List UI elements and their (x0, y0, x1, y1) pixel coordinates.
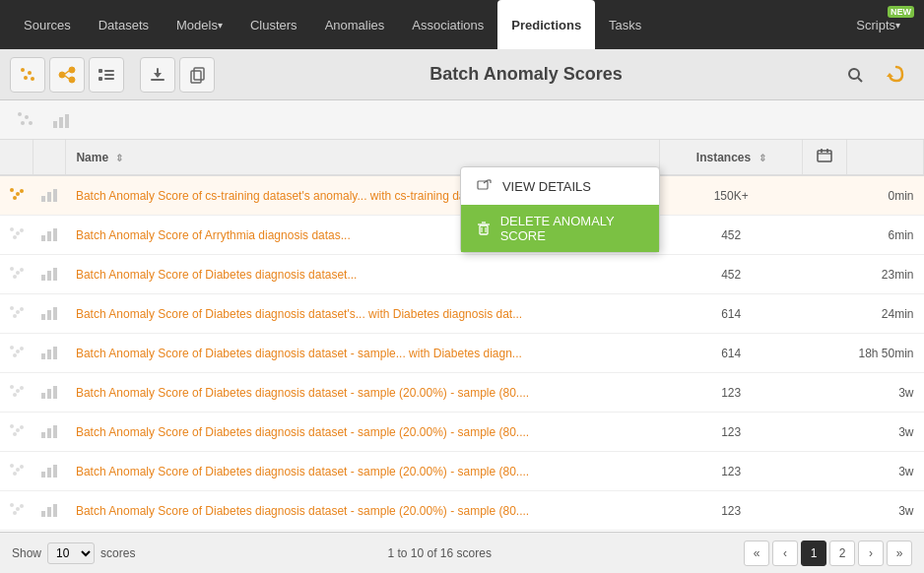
search-button[interactable] (837, 57, 873, 93)
row-name[interactable]: Batch Anomaly Score of cs-training datas… (76, 189, 492, 203)
svg-rect-83 (53, 386, 57, 399)
row-date (803, 491, 847, 531)
svg-rect-26 (53, 121, 57, 128)
row-bar-icon (33, 334, 65, 373)
table-row: Batch Anomaly Score of Diabetes diagnosi… (0, 373, 924, 413)
nav-associations[interactable]: Associations (398, 0, 497, 49)
delete-label: DELETE ANOMALY SCORE (500, 214, 645, 243)
page-prev-button[interactable]: ‹ (772, 541, 798, 566)
row-instances: 123 (660, 531, 803, 533)
nav-datasets[interactable]: Datasets (85, 0, 163, 49)
svg-point-80 (20, 386, 24, 390)
search-icon (845, 65, 865, 85)
page-next-button[interactable]: › (858, 541, 884, 566)
sub-icon-2[interactable] (45, 104, 77, 136)
nav-predictions[interactable]: Predictions (497, 0, 595, 49)
nav-tasks[interactable]: Tasks (595, 0, 655, 49)
top-navigation: Sources Datasets Models Clusters Anomali… (0, 0, 924, 49)
row-name-cell: Batch Anomaly Score of Diabetes diagnosi… (66, 294, 660, 334)
svg-rect-28 (65, 114, 69, 128)
sort-arrows-instances[interactable]: ⇕ (759, 153, 766, 163)
svg-rect-69 (53, 307, 57, 320)
col-instances-label: Instances (696, 151, 751, 164)
row-name[interactable]: Batch Anomaly Score of Arrythmia diagnos… (76, 228, 351, 242)
row-bar-icon (33, 531, 65, 533)
svg-rect-74 (41, 353, 45, 359)
nav-sources[interactable]: Sources (10, 0, 85, 49)
network-icon (57, 65, 77, 85)
svg-point-33 (10, 188, 14, 192)
svg-point-71 (16, 350, 20, 353)
page-last-button[interactable]: » (887, 541, 912, 566)
row-date (803, 255, 847, 294)
page-first-button[interactable]: « (744, 541, 769, 566)
action-icon-2[interactable] (179, 57, 215, 93)
view-icon-1[interactable] (10, 57, 45, 93)
row-bar-icon (33, 294, 65, 334)
anomaly-scores-table: Name ⇕ Instances ⇕ (0, 140, 924, 532)
row-date (803, 452, 847, 491)
row-name[interactable]: Batch Anomaly Score of Diabetes diagnosi… (76, 307, 522, 321)
svg-rect-89 (47, 428, 51, 438)
svg-rect-27 (59, 117, 63, 128)
sub-scatter-icon (15, 109, 36, 131)
row-name[interactable]: Batch Anomaly Score of Diabetes diagnosi… (76, 425, 529, 439)
svg-point-35 (13, 196, 17, 200)
view-details-option[interactable]: VIEW DETAILS (461, 167, 659, 205)
svg-point-59 (20, 268, 24, 272)
nav-anomalies[interactable]: Anomalies (311, 0, 399, 49)
page-1-button[interactable]: 1 (801, 541, 826, 566)
delete-anomaly-option[interactable]: DELETE ANOMALY SCORE (461, 205, 659, 252)
toolbar-title: Batch Anomaly Scores (219, 64, 833, 85)
sub-bar-icon (50, 109, 72, 131)
col-instances[interactable]: Instances ⇕ (660, 140, 803, 175)
nav-models[interactable]: Models (163, 0, 236, 49)
col-date[interactable] (803, 140, 847, 175)
row-instances: 123 (660, 373, 803, 413)
show-label: Show (12, 546, 41, 560)
view-icon-3[interactable] (89, 57, 124, 93)
row-name[interactable]: Batch Anomaly Score of Diabetes diagnosi… (76, 386, 529, 400)
svg-point-93 (13, 472, 17, 476)
trash-icon (476, 221, 492, 236)
row-date (803, 373, 847, 413)
row-scatter-icon (0, 334, 33, 373)
sort-arrows-name[interactable]: ⇕ (115, 153, 123, 163)
page-2-button[interactable]: 2 (829, 541, 855, 566)
svg-rect-75 (47, 350, 51, 359)
refresh-button[interactable] (879, 57, 914, 93)
row-name[interactable]: Batch Anomaly Score of Diabetes diagnosi… (76, 268, 358, 282)
row-name[interactable]: Batch Anomaly Score of Diabetes diagnosi… (76, 465, 529, 478)
scores-label: scores (100, 546, 135, 560)
row-bar-icon (33, 255, 65, 294)
svg-point-1 (28, 71, 32, 75)
row-name[interactable]: Batch Anomaly Score of Diabetes diagnosi… (76, 504, 529, 518)
row-icon-bar (39, 184, 59, 204)
row-bar-icon (33, 413, 65, 452)
view-icon-2[interactable] (49, 57, 85, 93)
view-details-label: VIEW DETAILS (502, 179, 591, 194)
row-bar-icon (33, 452, 65, 491)
table-row: Batch Anomaly Score of cs-training datas… (0, 175, 924, 216)
row-scatter-icon (0, 216, 33, 255)
svg-point-79 (13, 393, 17, 397)
show-count-select[interactable]: 10 25 50 (47, 542, 95, 564)
row-scatter-icon (0, 531, 33, 533)
svg-point-49 (10, 227, 14, 231)
row-instances: 123 (660, 452, 803, 491)
svg-rect-13 (104, 78, 114, 80)
sub-icon-1[interactable] (10, 104, 41, 136)
row-scatter-icon (0, 294, 33, 334)
row-name-cell: Batch Anomaly Score of Diabetes diagnosi… (66, 413, 660, 452)
action-icon-1[interactable] (140, 57, 175, 93)
nav-clusters[interactable]: Clusters (236, 0, 311, 49)
row-bar-icon (33, 175, 65, 216)
row-instances: 614 (660, 294, 803, 334)
svg-point-92 (16, 468, 20, 472)
toolbar-actions-right (837, 57, 914, 93)
row-name[interactable]: Batch Anomaly Score of Diabetes diagnosi… (76, 347, 522, 360)
row-time: 18h 50min (846, 334, 923, 373)
nav-scripts-container: Scripts NEW (842, 0, 914, 49)
refresh-icon (885, 63, 908, 87)
svg-point-70 (10, 346, 14, 350)
